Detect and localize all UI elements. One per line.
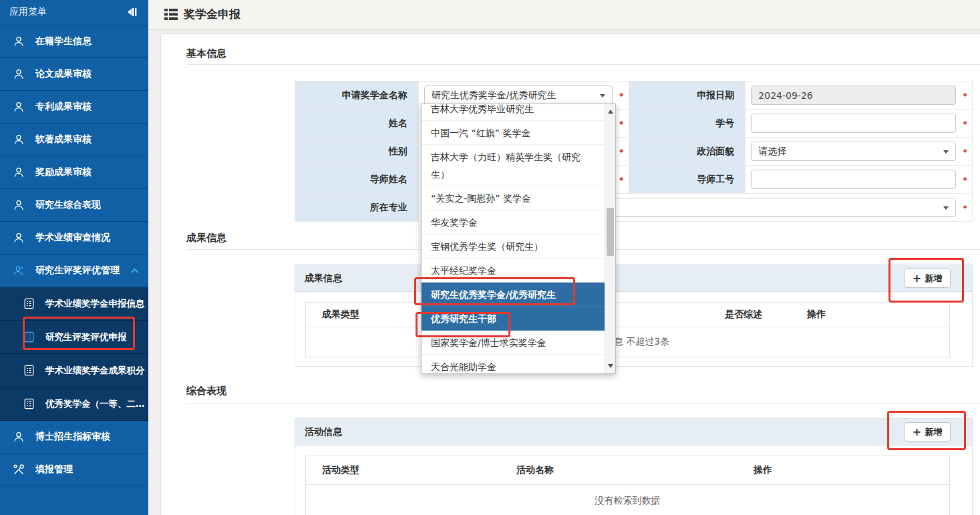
achievements-table-header: 成果类型 是否综述 操作: [306, 303, 949, 327]
required-marker: *: [963, 118, 967, 128]
user-icon: [12, 165, 27, 180]
scrollbar-thumb[interactable]: [607, 208, 614, 256]
column-header: 活动类型: [322, 464, 359, 476]
dropdown-option[interactable]: 吉林大学优秀毕业研究生: [422, 104, 605, 121]
add-achievement-button[interactable]: + 新增: [904, 269, 951, 288]
submenu-item-achievement-points[interactable]: 学术业绩奖学金成果积分: [0, 354, 148, 387]
required-marker: *: [619, 146, 624, 156]
field-label-name: 姓名: [295, 110, 419, 138]
field-label-supervisor-name: 导师姓名: [295, 166, 419, 194]
user-icon: [12, 67, 27, 81]
submenu-item-academic-scholarship-info[interactable]: 学术业绩奖学金申报信息: [0, 287, 148, 321]
users-icon: [12, 263, 27, 278]
user-icon: [12, 230, 27, 245]
collapse-sidebar-icon[interactable]: [123, 6, 138, 18]
section-title-activities: 综合表现: [186, 385, 226, 397]
plus-icon: +: [913, 273, 921, 284]
activities-panel-header: 活动信息 + 新增: [295, 419, 972, 446]
scholarship-name-select[interactable]: 研究生优秀奖学金/优秀研究生: [424, 85, 613, 105]
sidebar-item-comprehensive-performance[interactable]: 研究生综合表现: [0, 189, 148, 222]
list-doc-icon-active: [23, 330, 37, 345]
activities-table-header: 活动类型 活动名称 操作: [306, 456, 949, 485]
sidebar-item-enrolled-students[interactable]: 在籍学生信息: [0, 25, 148, 58]
list-doc-icon: [23, 363, 37, 378]
user-icon: [12, 430, 27, 444]
user-icon: [12, 132, 27, 147]
activities-empty-row: 没有检索到数据: [306, 485, 949, 515]
achievements-empty-row: 成果信息 不超过3条: [306, 327, 949, 357]
tools-icon: [12, 462, 27, 477]
field-label-political-status: 政治面貌: [629, 138, 746, 166]
dropdown-option[interactable]: 华友奖学金: [422, 210, 605, 234]
student-id-input[interactable]: [751, 114, 956, 133]
user-icon: [12, 34, 27, 49]
activities-panel: 活动信息 + 新增 活动类型 活动名称 操作 没有检索到数据: [295, 418, 973, 515]
required-marker: *: [963, 146, 967, 156]
dropdown-option[interactable]: 天合光能助学金: [422, 355, 605, 373]
user-icon: [12, 100, 27, 114]
required-marker: *: [619, 174, 624, 184]
sidebar-item-award-review[interactable]: 奖励成果审核: [0, 156, 148, 189]
field-label-scholarship-name: 申请奖学金名称: [295, 81, 419, 110]
activities-panel-title: 活动信息: [305, 426, 342, 438]
caret-down-icon: [943, 206, 949, 210]
field-label-gender: 性别: [295, 138, 419, 166]
required-marker: *: [963, 90, 967, 100]
divider: [186, 64, 980, 65]
list-doc-icon: [23, 297, 37, 311]
caret-down-icon: [600, 94, 605, 98]
field-label-student-id: 学号: [629, 110, 746, 138]
page-title: 奖学金申报: [164, 7, 240, 22]
sidebar-group-awards-management[interactable]: 研究生评奖评优管理: [0, 254, 148, 287]
dropdown-option[interactable]: 中国一汽 “红旗” 奖学金: [422, 121, 605, 145]
dropdown-option[interactable]: 宝钢优秀学生奖（研究生）: [422, 234, 605, 259]
column-header: 是否综述: [725, 309, 762, 321]
required-marker: *: [963, 174, 967, 184]
submenu-item-excellent-scholarship[interactable]: 优秀奖学金（一等、二…: [0, 387, 148, 421]
sidebar-submenu: 学术业绩奖学金申报信息 研究生评奖评优申报 学术业绩奖学金成果积分 优秀奖学金（…: [0, 287, 148, 421]
column-header: 成果类型: [322, 309, 359, 321]
scroll-up-icon[interactable]: [608, 110, 613, 114]
scroll-down-icon[interactable]: [608, 364, 613, 368]
sidebar-header: 应用菜单: [0, 0, 148, 25]
plus-icon: +: [913, 427, 921, 438]
content-header: 奖学金申报: [148, 0, 980, 30]
required-marker: *: [619, 118, 624, 128]
sidebar-item-reporting-management[interactable]: 填报管理: [0, 454, 148, 486]
section-title-basic-info: 基本信息: [186, 47, 226, 60]
chevron-up-icon: [130, 268, 139, 274]
dropdown-option[interactable]: “关实之-陶慰孙” 奖学金: [422, 186, 605, 210]
dropdown-option-selected[interactable]: 研究生优秀奖学金/优秀研究生: [422, 283, 605, 307]
add-activity-button[interactable]: + 新增: [904, 422, 951, 442]
achievements-panel-title: 成果信息: [305, 273, 342, 285]
sidebar-item-phd-quota-review[interactable]: 博士招生指标审核: [0, 421, 148, 454]
sidebar-item-software-review[interactable]: 软著成果审核: [0, 124, 148, 156]
dropdown-option[interactable]: 太平经纪奖学金: [422, 259, 605, 283]
scholarship-dropdown: 吉林大学优秀毕业研究生 中国一汽 “红旗” 奖学金 吉林大学（力旺）精英学生奖（…: [421, 104, 616, 374]
caret-down-icon: [943, 150, 949, 154]
dropdown-option-selected[interactable]: 优秀研究生干部: [422, 307, 605, 331]
dropdown-scrollbar[interactable]: [605, 104, 615, 373]
supervisor-id-input[interactable]: [751, 170, 956, 189]
scholarship-dropdown-list: 吉林大学优秀毕业研究生 中国一汽 “红旗” 奖学金 吉林大学（力旺）精英学生奖（…: [422, 104, 605, 373]
dropdown-option[interactable]: 吉林大学（力旺）精英学生奖（研究生）: [422, 145, 605, 186]
achievements-panel: 成果信息 + 新增 成果类型 是否综述 操作 成果信息 不超过3条: [295, 265, 973, 367]
required-marker: *: [619, 90, 624, 100]
column-header: 操作: [754, 464, 772, 476]
political-status-select[interactable]: 请选择: [751, 142, 956, 161]
achievements-table: 成果类型 是否综述 操作 成果信息 不超过3条: [305, 302, 950, 357]
sidebar-item-paper-review[interactable]: 论文成果审核: [0, 58, 148, 91]
column-header: 操作: [807, 309, 826, 321]
sidebar-item-academic-review-status[interactable]: 学术业绩审查情况: [0, 222, 148, 254]
field-label-apply-date: 申报日期: [629, 81, 746, 110]
sidebar: 应用菜单 在籍学生信息 论文成果审核 专利成果审核 软著成果审核 奖励成果审核 …: [0, 0, 148, 515]
dropdown-option[interactable]: 国家奖学金/博士求实奖学金: [422, 331, 605, 355]
sidebar-item-patent-review[interactable]: 专利成果审核: [0, 91, 148, 124]
submenu-item-awards-application[interactable]: 研究生评奖评优申报: [0, 321, 148, 354]
list-doc-icon: [23, 397, 37, 411]
column-header: 活动名称: [516, 464, 554, 476]
field-label-major: 所在专业: [295, 194, 419, 222]
achievements-panel-header: 成果信息 + 新增: [295, 265, 972, 292]
basic-info-form: 申请奖学金名称 研究生优秀奖学金/优秀研究生 * 申报日期 2024-09-26…: [295, 81, 973, 222]
section-title-achievements: 成果信息: [186, 232, 226, 244]
